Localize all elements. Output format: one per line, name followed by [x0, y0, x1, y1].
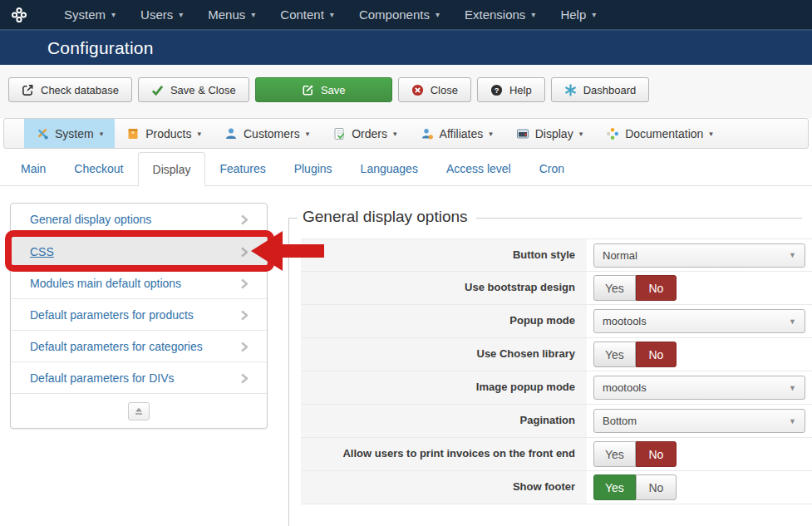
tab-languages[interactable]: Languages	[347, 152, 432, 185]
tab-features[interactable]: Features	[205, 152, 279, 185]
topbar-menu-extensions[interactable]: Extensions ▾	[452, 0, 548, 29]
caret-down-icon: ▾	[111, 10, 116, 19]
svg-text:?: ?	[495, 86, 500, 94]
dashboard-asterisk-icon	[564, 84, 577, 96]
help-button[interactable]: ? Help	[477, 77, 545, 102]
toggle-use-chosen-library: Yes No	[593, 342, 677, 367]
page-header: Configuration	[0, 31, 812, 65]
sidebar-item-default-parameters-for-categories[interactable]: Default parameters for categories	[11, 330, 267, 361]
sidebar-item-default-parameters-for-products[interactable]: Default parameters for products	[11, 298, 267, 330]
dashboard-button[interactable]: Dashboard	[551, 77, 650, 102]
settings-table: Button style Normal ▼ Use bootstrap desi…	[301, 238, 812, 504]
setting-label: Image popup mode	[301, 371, 587, 404]
joomla-logo-icon[interactable]	[12, 7, 27, 22]
select-popup-mode[interactable]: mootools ▼	[593, 309, 805, 333]
component-menubar: System ▾ Products ▾ Customers ▾	[3, 118, 809, 149]
setting-row-use-bootstrap-design: Use bootstrap design Yes No	[301, 272, 812, 305]
sidebar-item-modules-main-default-options[interactable]: Modules main default options	[11, 267, 267, 298]
setting-row-show-footer: Show footer Yes No	[301, 471, 812, 504]
documentation-pinwheel-icon	[606, 127, 619, 140]
database-export-icon	[22, 84, 34, 96]
close-button[interactable]: Close	[398, 77, 471, 102]
chevron-right-icon	[240, 310, 250, 321]
toggle-no-button[interactable]: No	[636, 342, 677, 367]
save-and-close-button[interactable]: Save & Close	[138, 77, 249, 102]
tab-plugins[interactable]: Plugins	[280, 152, 347, 185]
menubar-item-documentation[interactable]: Documentation ▾	[594, 119, 725, 148]
topbar-menu-users[interactable]: Users ▾	[128, 0, 195, 29]
orders-document-icon	[332, 127, 346, 140]
caret-down-icon: ▾	[330, 10, 334, 19]
tab-display[interactable]: Display	[138, 152, 206, 186]
select-caret-icon: ▼	[789, 417, 796, 425]
chevron-right-icon	[240, 247, 250, 258]
setting-label: Pagination	[301, 405, 587, 437]
select-button-style[interactable]: Normal ▼	[593, 243, 805, 268]
caret-down-icon: ▾	[531, 10, 535, 19]
sidebar-item-general-display-options[interactable]: General display options	[11, 204, 267, 235]
menubar-item-affiliates[interactable]: Affiliates ▾	[409, 119, 504, 148]
tab-checkout[interactable]: Checkout	[60, 152, 137, 185]
toggle-yes-button[interactable]: Yes	[593, 441, 636, 467]
topbar-menu-system[interactable]: System ▾	[52, 0, 128, 29]
collapse-panel-button[interactable]	[128, 402, 150, 420]
affiliates-person-icon	[421, 127, 434, 140]
select-value: mootools	[603, 381, 647, 394]
save-edit-icon	[302, 84, 314, 96]
save-button[interactable]: Save	[255, 77, 392, 102]
admin-top-bar: System ▾ Users ▾ Menus ▾ Content ▾ Compo…	[0, 0, 812, 31]
menubar-item-customers[interactable]: Customers ▾	[213, 119, 321, 148]
select-image-popup-mode[interactable]: mootools ▼	[593, 376, 805, 400]
chevron-right-icon	[240, 278, 250, 289]
toggle-yes-button[interactable]: Yes	[593, 342, 636, 367]
toggle-use-bootstrap-design: Yes No	[593, 275, 677, 301]
setting-row-print-invoices: Allow users to print invoices on the fro…	[301, 438, 812, 471]
products-box-icon	[126, 127, 140, 140]
tab-main[interactable]: Main	[7, 152, 60, 185]
chevron-right-icon	[240, 373, 250, 384]
sidebar-collapse-row	[11, 393, 267, 428]
menubar-item-display[interactable]: Display ▾	[504, 119, 594, 148]
toggle-no-button[interactable]: No	[636, 474, 677, 500]
content-area: General display options CSS Modules main…	[0, 186, 812, 526]
sidebar-item-default-parameters-for-divs[interactable]: Default parameters for DIVs	[11, 361, 267, 393]
setting-label: Button style	[301, 239, 587, 271]
topbar-menu-menus[interactable]: Menus ▾	[195, 0, 268, 29]
topbar-menu-content[interactable]: Content ▾	[268, 0, 347, 29]
select-value: mootools	[603, 315, 647, 327]
collapse-up-icon	[133, 406, 145, 417]
toggle-show-footer: Yes No	[593, 474, 677, 500]
toggle-print-invoices: Yes No	[593, 441, 677, 467]
setting-row-popup-mode: Popup mode mootools ▼	[301, 305, 812, 338]
tab-access-level[interactable]: Access level	[432, 152, 525, 185]
caret-down-icon: ▾	[197, 130, 201, 138]
caret-down-icon: ▾	[306, 130, 310, 138]
setting-row-use-chosen-library: Use Chosen library Yes No	[301, 338, 812, 371]
config-tabs: Main Checkout Display Features Plugins L…	[0, 152, 812, 186]
toggle-no-button[interactable]: No	[636, 275, 677, 301]
toggle-no-button[interactable]: No	[636, 441, 677, 467]
tab-cron[interactable]: Cron	[525, 152, 578, 185]
menubar-item-products[interactable]: Products ▾	[115, 119, 213, 148]
select-pagination[interactable]: Bottom ▼	[593, 409, 805, 433]
toggle-yes-button[interactable]: Yes	[593, 474, 636, 500]
sidebar-item-css[interactable]: CSS	[11, 235, 267, 267]
select-caret-icon: ▼	[789, 384, 796, 392]
menubar-item-orders[interactable]: Orders ▾	[321, 119, 408, 148]
toggle-yes-button[interactable]: Yes	[593, 275, 636, 301]
check-database-button[interactable]: Check database	[8, 77, 132, 102]
select-value: Normal	[603, 249, 637, 262]
menubar-item-system[interactable]: System ▾	[24, 119, 115, 148]
page-title: Configuration	[47, 38, 154, 58]
topbar-menu-help[interactable]: Help ▾	[548, 0, 608, 29]
select-caret-icon: ▼	[789, 317, 796, 326]
topbar-menu-components[interactable]: Components ▾	[347, 0, 452, 29]
setting-label: Use Chosen library	[301, 338, 587, 371]
setting-label: Use bootstrap design	[301, 272, 587, 304]
display-options-sidebar: General display options CSS Modules main…	[10, 203, 268, 429]
help-circle-icon: ?	[490, 84, 503, 96]
caret-down-icon: ▾	[179, 10, 183, 19]
caret-down-icon: ▾	[393, 130, 397, 138]
setting-row-button-style: Button style Normal ▼	[301, 238, 812, 272]
chevron-right-icon	[240, 342, 250, 352]
